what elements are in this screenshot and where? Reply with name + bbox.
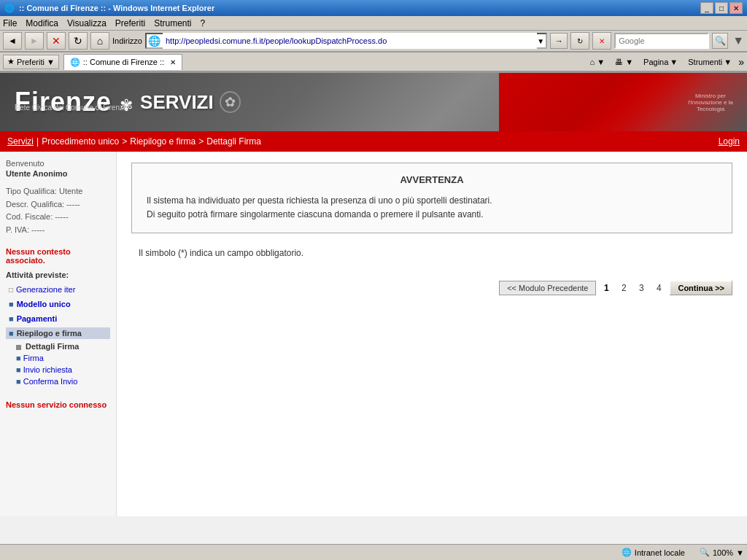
riepilogo-icon: ■ <box>9 329 14 338</box>
toolbar: ◄ ► ✕ ↻ ⌂ Indirizzo 🌐 ▼ → ↻ ✕ 🔍 ▼ <box>0 31 747 52</box>
zoom-icon: 🔍 <box>700 548 710 557</box>
google-search-button[interactable]: 🔍 <box>712 33 728 49</box>
nav-bar: Servizi | Procedimento unico > Riepilogo… <box>0 131 747 152</box>
page-wrapper: Firenze ✾ Rete Civica del Comune di Fire… <box>0 73 747 544</box>
conferma-icon: ■ <box>16 377 21 386</box>
maximize-button[interactable]: □ <box>715 2 728 14</box>
next-button[interactable]: Continua >> <box>669 280 732 295</box>
browser-tab[interactable]: 🌐 :: Comune di Firenze :: ✕ <box>63 54 182 70</box>
sidebar-item-dettagli[interactable]: Dettagli Firma <box>16 342 110 351</box>
google-search-input[interactable] <box>614 33 709 49</box>
warning-title: AVVERTENZA <box>147 174 717 185</box>
invio-icon: ■ <box>16 365 21 374</box>
search-options[interactable]: ▼ <box>732 34 744 47</box>
main-layout: Benvenuto Utente Anonimo Tipo Qualifica:… <box>0 152 747 516</box>
pagination-row: << Modulo Precedente 1 2 3 4 Continua >> <box>131 280 732 295</box>
favorites-bar: ★ Preferiti ▼ 🌐 :: Comune di Firenze :: … <box>0 52 747 71</box>
conferma-label: Conferma Invio <box>23 377 78 386</box>
home-fav-button[interactable]: ⌂ ▼ <box>587 56 609 68</box>
required-note: Il simbolo (*) indica un campo obbligato… <box>139 248 732 258</box>
page-3[interactable]: 3 <box>634 281 649 295</box>
tab-close[interactable]: ✕ <box>170 58 176 66</box>
login-link[interactable]: Login <box>719 136 740 147</box>
sidebar-item-modello[interactable]: ■ Modello unico <box>6 298 110 310</box>
window-title: :: Comune di Firenze :: - Windows Intern… <box>19 4 214 12</box>
page-1[interactable]: 1 <box>599 281 614 295</box>
menu-preferiti[interactable]: Preferiti <box>115 18 145 28</box>
tab-label: :: Comune di Firenze :: <box>83 58 164 66</box>
warning-text-1: Il sistema ha individuato per questa ric… <box>147 194 717 208</box>
tools-label: Strumenti <box>688 58 722 66</box>
cod-fiscale: Cod. Fiscale: ----- <box>6 211 110 224</box>
breadcrumb-servizi[interactable]: Servizi <box>7 136 34 147</box>
generazione-icon: □ <box>9 286 13 294</box>
sidebar-username: Utente Anonimo <box>6 169 110 178</box>
ministro-text: Ministro per l'Innovazione e la Tecnolog… <box>681 93 740 112</box>
breadcrumb-gt2: > <box>198 136 204 147</box>
refresh-icon-btn[interactable]: ↻ <box>570 32 589 50</box>
zoom-level: 100% <box>713 548 733 557</box>
address-dropdown[interactable]: ▼ <box>537 37 544 45</box>
status-zone-label: Intranet locale <box>635 548 685 557</box>
sidebar: Benvenuto Utente Anonimo Tipo Qualifica:… <box>0 152 117 516</box>
fav-bar-more[interactable]: » <box>738 56 744 68</box>
servizi-icon: ✿ <box>220 91 241 113</box>
pagamenti-icon: ■ <box>9 314 14 323</box>
sidebar-item-riepilogo[interactable]: ■ Riepilogo e firma <box>6 327 110 339</box>
menu-modifica[interactable]: Modifica <box>26 18 58 28</box>
print-button[interactable]: 🖶 ▼ <box>611 56 637 68</box>
sidebar-item-invio[interactable]: ■ Invio richiesta <box>16 365 110 374</box>
stop-button[interactable]: ✕ <box>47 32 66 50</box>
stop-icon-btn[interactable]: ✕ <box>592 32 611 50</box>
site-header: Firenze ✾ Rete Civica del Comune di Fire… <box>0 73 747 131</box>
menu-visualizza[interactable]: Visualizza <box>67 18 107 28</box>
menu-file[interactable]: File <box>3 18 17 28</box>
pagamenti-label: Pagamenti <box>17 314 58 323</box>
sidebar-nessun-contesto: Nessun contesto associato. <box>6 247 110 265</box>
menu-bar: File Modifica Visualizza Preferiti Strum… <box>0 16 747 31</box>
fav-label: Preferiti <box>17 58 44 66</box>
title-bar: 🌐 :: Comune di Firenze :: - Windows Inte… <box>0 0 747 16</box>
breadcrumb-riepilogo: Riepilogo e firma <box>130 136 196 147</box>
sidebar-item-generazione[interactable]: □ Generazione iter <box>6 284 110 295</box>
sidebar-item-firma[interactable]: ■ Firma <box>16 354 110 362</box>
zoom-dropdown[interactable]: ▼ <box>736 548 744 557</box>
refresh-button[interactable]: ↻ <box>69 32 88 50</box>
close-button[interactable]: ✕ <box>729 2 743 14</box>
breadcrumb-gt1: > <box>122 136 127 147</box>
address-input[interactable] <box>163 33 537 49</box>
back-button[interactable]: ◄ <box>3 32 22 50</box>
tools-fav-button[interactable]: Strumenti ▼ <box>684 56 735 68</box>
page-4[interactable]: 4 <box>651 281 666 295</box>
minimize-button[interactable]: _ <box>700 2 713 14</box>
sidebar-welcome: Benvenuto <box>6 159 110 168</box>
p-iva: P. IVA: ----- <box>6 224 110 237</box>
status-bar: 🌐 Intranet locale 🔍 100% ▼ <box>0 544 747 560</box>
tipo-qualifica: Tipo Qualifica: Utente <box>6 185 110 198</box>
sidebar-item-pagamenti[interactable]: ■ Pagamenti <box>6 313 110 324</box>
page-button[interactable]: Pagina ▼ <box>640 56 681 68</box>
menu-strumenti[interactable]: Strumenti <box>154 18 191 28</box>
firma-icon: ■ <box>16 354 21 362</box>
home-button[interactable]: ⌂ <box>90 32 109 50</box>
breadcrumb-sep1: | <box>36 136 39 147</box>
firenze-logo-text: Firenze <box>15 87 112 117</box>
forward-button[interactable]: ► <box>25 32 44 50</box>
browser-icon: 🌐 <box>4 4 15 13</box>
tab-favicon: 🌐 <box>70 58 80 67</box>
sidebar-nessun-servizio: Nessun servizio connesso <box>6 400 110 409</box>
page-2[interactable]: 2 <box>616 281 631 295</box>
warning-box: AVVERTENZA Il sistema ha individuato per… <box>131 163 732 233</box>
firma-label: Firma <box>23 354 44 362</box>
menu-help[interactable]: ? <box>201 18 206 28</box>
status-zoom: 🔍 100% ▼ <box>700 548 744 557</box>
invio-label: Invio richiesta <box>23 365 72 374</box>
prev-button[interactable]: << Modulo Precedente <box>499 281 596 295</box>
nav-go-button[interactable]: → <box>550 33 568 49</box>
add-favorite-button[interactable]: ★ Preferiti ▼ <box>3 55 59 69</box>
status-zone-icon: 🌐 <box>622 548 632 557</box>
sidebar-item-conferma[interactable]: ■ Conferma Invio <box>16 377 110 386</box>
sidebar-attivita: Attività previste: <box>6 271 110 279</box>
servizi-text: SERVIZI <box>140 91 214 114</box>
star-icon: ★ <box>7 57 15 66</box>
